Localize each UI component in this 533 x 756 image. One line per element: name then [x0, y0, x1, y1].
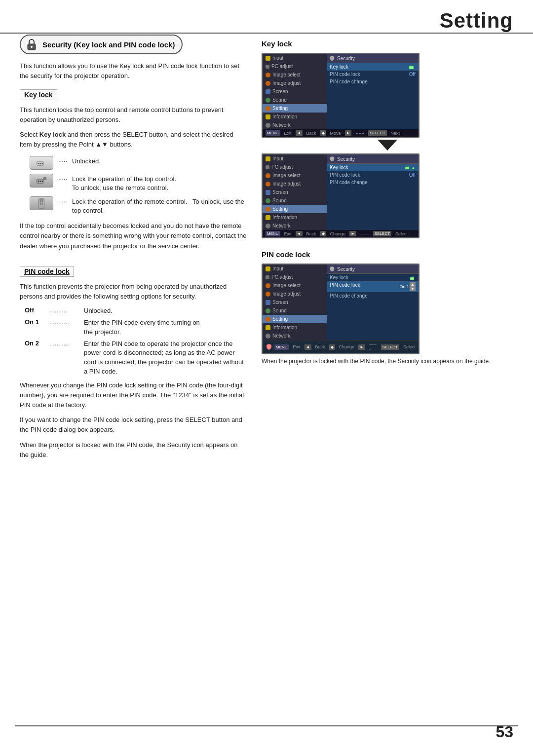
- svg-rect-3: [38, 163, 39, 164]
- sim-menu2-pcadjust: PC adjust: [263, 163, 327, 171]
- svg-rect-7: [38, 181, 39, 182]
- key-lock-desc2: Select Key lock and then press the SELEC…: [20, 130, 247, 150]
- pin-panel-caption: When the projector is locked with the PI…: [262, 357, 513, 366]
- sim-row-keylock-1: Key lock: [327, 63, 419, 71]
- key-lock-section: Key lock This function locks the top con…: [20, 89, 247, 251]
- section-intro: This function allows you to use the Key …: [20, 61, 247, 80]
- sim-menu2-setting: Setting: [263, 205, 327, 213]
- sim-menu-network: Network: [263, 121, 327, 129]
- pin-note2: If you want to change the PIN code lock …: [20, 415, 247, 435]
- sim-menu3-setting: Setting: [263, 315, 327, 323]
- svg-rect-18: [42, 204, 43, 205]
- sim-content-2: Security Key lock ▲ PIN code: [327, 154, 419, 230]
- sim-menu-info: Information: [263, 113, 327, 121]
- sim-menu-setting: Setting: [263, 104, 327, 113]
- sim-row-pinchange-3: PIN code change: [327, 292, 419, 300]
- pin-code-desc: This function prevents the projector fro…: [20, 282, 247, 302]
- sim-menu3-pcadjust: PC adjust: [263, 273, 327, 281]
- lock-icon: [25, 38, 38, 51]
- sim-menu2-input: Input: [263, 154, 327, 163]
- keylock-icons: ..... Unlocked.: [30, 156, 247, 216]
- svg-rect-4: [40, 163, 41, 164]
- sim-security-header-2: Security: [327, 154, 419, 164]
- top-lock-dots: .....: [58, 174, 67, 181]
- sim-row-pinlock-2: PIN code lock Off: [327, 171, 419, 179]
- pin-option-off: Off .......... Unlocked.: [25, 306, 247, 316]
- page-title-bar: Setting: [0, 0, 533, 34]
- sim-security-header-3: Security: [327, 265, 419, 274]
- key-lock-header: Key lock: [20, 89, 57, 100]
- pin-note3: When the projector is locked with the PI…: [20, 440, 247, 460]
- svg-rect-8: [40, 181, 41, 182]
- sim-row-keylock-3: Key lock: [327, 274, 419, 281]
- svg-rect-22: [410, 277, 414, 280]
- sim-menu-2: Input PC adjust Image select Image adjus…: [263, 154, 327, 230]
- svg-rect-17: [40, 204, 41, 205]
- main-section-title: Security (Key lock and PIN code lock): [42, 40, 175, 49]
- pin-option-on1: On 1 ........... Enter the PIN code ever…: [25, 318, 247, 337]
- sim-bottom-3: MENU Exit ◄ Back ◆ Change ► ------ SELEC…: [274, 342, 416, 352]
- sim-security-header-1: Security: [327, 54, 419, 63]
- right-column: Key lock Input PC adjust Image sel: [257, 35, 513, 465]
- sim-menu2-sound: Sound: [263, 196, 327, 205]
- sim-menu3-network: Network: [263, 332, 327, 340]
- left-column: Security (Key lock and PIN code lock) Th…: [20, 35, 257, 465]
- svg-rect-19: [409, 66, 414, 69]
- svg-rect-9: [42, 181, 43, 182]
- svg-marker-20: [378, 140, 397, 151]
- sim-bottom-2: MENU Exit ◄ Back ◆ Change ► ------ SELEC…: [263, 230, 419, 237]
- sim-panel-1: Input PC adjust Image select Image adjus…: [262, 53, 419, 138]
- pin-code-header: PIN code lock: [20, 266, 74, 277]
- svg-rect-12: [40, 199, 43, 200]
- unlocked-text: Unlocked.: [72, 156, 101, 166]
- sim-row-keylock-2: Key lock ▲: [327, 164, 419, 171]
- sim-menu3-imageselect: Image select: [263, 281, 327, 290]
- sim-menu2-imageadjust: Image adjust: [263, 180, 327, 188]
- sim-menu-sound: Sound: [263, 96, 327, 104]
- svg-rect-21: [405, 167, 409, 169]
- svg-rect-15: [40, 203, 41, 204]
- pin-note1: Whenever you change the PIN code lock se…: [20, 380, 247, 410]
- sim-bottom-1: MENU Exit ◄ Back ◆ Move ► ------ SELECT …: [263, 129, 419, 137]
- top-lock-text: Lock the operation of the top control.To…: [72, 174, 176, 192]
- sim-menu-imageadjust: Image adjust: [263, 79, 327, 87]
- sim-menu3-input: Input: [263, 265, 327, 273]
- svg-rect-13: [40, 201, 41, 202]
- sim-menu3-screen: Screen: [263, 298, 327, 306]
- remote-lock-text: Lock the operation of the remote control…: [72, 196, 247, 215]
- sim-menu-screen: Screen: [263, 87, 327, 96]
- sim-content-3: Security Key lock PIN code lock: [327, 265, 419, 340]
- unlocked-dots: .....: [58, 156, 67, 163]
- right-keylock-title: Key lock: [262, 39, 513, 48]
- svg-rect-5: [42, 163, 43, 164]
- sim-menu-input: Input: [263, 54, 327, 62]
- sim-menu3-imageadjust: Image adjust: [263, 290, 327, 298]
- bottom-divider: [15, 725, 518, 726]
- sim-menu-1: Input PC adjust Image select Image adjus…: [263, 54, 327, 129]
- pin-option-on2: On 2 ........... Enter the PIN code to o…: [25, 340, 247, 377]
- security-icon-row: MENU Exit ◄ Back ◆ Change ► ------ SELEC…: [263, 340, 419, 353]
- sim-menu2-info: Information: [263, 213, 327, 222]
- sim-menu2-imageselect: Image select: [263, 171, 327, 180]
- sim-panel-2: Input PC adjust Image select Image adjus…: [262, 153, 419, 238]
- svg-point-1: [31, 46, 33, 48]
- pin-options: Off .......... Unlocked. On 1 ..........…: [25, 306, 247, 377]
- svg-rect-16: [42, 203, 43, 204]
- sim-menu-imageselect: Image select: [263, 71, 327, 79]
- key-lock-desc1: This function locks the top control and …: [20, 105, 247, 125]
- key-lock-note: If the top control accidentally becomes …: [20, 221, 247, 251]
- sim-row-pinchange-1: PIN code change: [327, 78, 419, 85]
- sim-menu-pcadjust: PC adjust: [263, 62, 327, 71]
- sim-menu3-sound: Sound: [263, 306, 327, 315]
- sim-row-pinlock-3: PIN code lock On 1 ▲▼: [327, 281, 419, 292]
- sim-content-1: Security Key lock PIN code lock: [327, 54, 419, 129]
- unlocked-icon-box: [30, 156, 53, 170]
- main-section-header: Security (Key lock and PIN code lock): [20, 35, 183, 54]
- remote-lock-icon-box: [30, 196, 53, 210]
- sim-row-pinlock-1: PIN code lock Off: [327, 71, 419, 78]
- page-number: 53: [495, 723, 513, 741]
- sim-menu3-info: Information: [263, 323, 327, 332]
- sim-menu2-screen: Screen: [263, 188, 327, 196]
- page-title: Setting: [440, 9, 513, 32]
- right-pinlock-title: PIN code lock: [262, 250, 513, 259]
